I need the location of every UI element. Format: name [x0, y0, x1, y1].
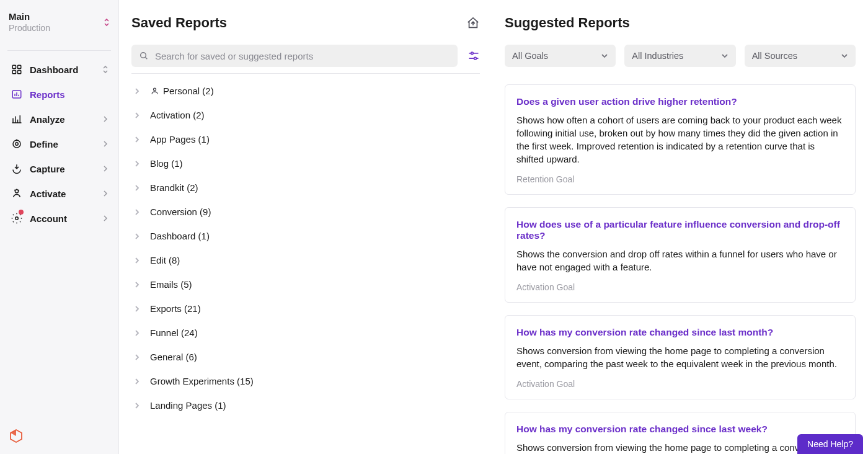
svg-point-8 — [16, 217, 19, 220]
nav-item-define[interactable]: Define — [5, 131, 113, 156]
svg-rect-3 — [18, 71, 21, 74]
folder-label: Edit (8) — [150, 255, 180, 265]
suggested-report-card[interactable]: How has my conversion rate changed since… — [505, 315, 856, 399]
folder-label: Conversion (9) — [150, 207, 211, 217]
folder-row[interactable]: Activation (2) — [131, 103, 480, 127]
folder-label: Exports (21) — [150, 303, 201, 314]
reports-icon — [10, 87, 24, 101]
analyze-icon — [10, 112, 24, 126]
chevron-right-icon — [134, 403, 141, 409]
folder-row[interactable]: Dashboard (1) — [131, 224, 480, 248]
chevron-right-icon — [134, 136, 141, 143]
home-up-icon[interactable] — [466, 16, 480, 30]
folder-label: Blog (1) — [150, 158, 183, 169]
card-title: Does a given user action drive higher re… — [516, 96, 844, 107]
chevron-right-icon — [134, 112, 141, 118]
folder-row[interactable]: Emails (5) — [131, 272, 480, 296]
card-description: Shows how often a cohort of users are co… — [516, 114, 844, 166]
card-goal-label: Activation Goal — [516, 379, 844, 389]
suggested-card-list: Does a given user action drive higher re… — [505, 84, 856, 454]
nav-item-label: Activate — [30, 189, 66, 199]
svg-rect-0 — [12, 65, 16, 68]
main-content: Saved Reports — [119, 0, 868, 454]
folder-row[interactable]: Funnel (24) — [131, 321, 480, 345]
folder-label: Personal (2) — [163, 86, 214, 96]
card-description: Shows the conversion and drop off rates … — [516, 247, 844, 274]
search-input[interactable] — [155, 51, 450, 61]
svg-point-6 — [16, 143, 19, 146]
nav-item-reports[interactable]: Reports — [5, 82, 113, 107]
notification-badge — [19, 210, 24, 215]
chevron-right-icon — [102, 166, 108, 172]
folder-label: Funnel (24) — [150, 327, 198, 338]
folder-row[interactable]: Blog (1) — [131, 151, 480, 176]
card-title: How has my conversion rate changed since… — [516, 327, 844, 338]
folder-label: Dashboard (1) — [150, 231, 210, 241]
nav-item-account[interactable]: Account — [5, 206, 113, 231]
folder-row[interactable]: Landing Pages (1) — [131, 393, 480, 417]
chevron-down-icon — [721, 52, 728, 60]
nav-item-capture[interactable]: Capture — [5, 156, 113, 181]
folder-label: Brandkit (2) — [150, 182, 198, 193]
chevron-right-icon — [102, 116, 108, 122]
chevron-right-icon — [102, 215, 108, 221]
nav-item-dashboard[interactable]: Dashboard — [5, 57, 113, 82]
svg-point-9 — [141, 53, 146, 58]
chevron-right-icon — [134, 378, 141, 385]
folder-row[interactable]: Conversion (9) — [131, 200, 480, 224]
chevron-right-icon — [134, 209, 141, 215]
svg-point-10 — [471, 52, 474, 55]
chevron-right-icon — [134, 161, 141, 167]
suggested-report-card[interactable]: Does a given user action drive higher re… — [505, 84, 856, 195]
chevron-right-icon — [102, 190, 108, 197]
nav-item-label: Capture — [30, 164, 65, 174]
nav-item-label: Analyze — [30, 114, 65, 125]
nav-item-label: Define — [30, 139, 58, 149]
svg-point-7 — [15, 190, 18, 193]
search-box[interactable] — [131, 45, 458, 67]
card-title: How does use of a particular feature inf… — [516, 219, 844, 241]
chevron-right-icon — [134, 330, 141, 336]
dashboard-icon — [10, 63, 24, 76]
sources-select[interactable]: All Sources — [745, 45, 856, 67]
select-label: All Goals — [512, 51, 548, 61]
folder-label: Emails (5) — [150, 279, 192, 290]
project-switcher[interactable]: Main Production — [9, 11, 110, 33]
need-help-button[interactable]: Need Help? — [797, 434, 863, 454]
suggested-reports-title: Suggested Reports — [505, 15, 630, 31]
folder-label: Activation (2) — [150, 110, 205, 120]
suggested-reports-column: Suggested Reports All Goals All Industri… — [492, 0, 868, 454]
folder-label: General (6) — [150, 352, 197, 362]
chevron-right-icon — [134, 233, 141, 239]
saved-folder-list: Personal (2)Activation (2)App Pages (1)B… — [131, 79, 480, 417]
nav-item-activate[interactable]: Activate — [5, 181, 113, 206]
svg-point-5 — [13, 140, 20, 148]
nav-list: DashboardReportsAnalyzeDefineCaptureActi… — [0, 55, 118, 233]
chevron-right-icon — [134, 282, 141, 288]
sliders-icon[interactable] — [467, 50, 480, 62]
chevron-down-icon — [841, 52, 848, 60]
chevron-right-icon — [134, 185, 141, 191]
activate-icon — [10, 187, 24, 200]
folder-row[interactable]: App Pages (1) — [131, 127, 480, 151]
define-icon — [10, 137, 24, 151]
select-label: All Sources — [752, 51, 797, 61]
goals-select[interactable]: All Goals — [505, 45, 616, 67]
chevron-right-icon — [134, 306, 141, 312]
folder-row[interactable]: Exports (21) — [131, 296, 480, 321]
industries-select[interactable]: All Industries — [624, 45, 735, 67]
chevron-right-icon — [134, 88, 141, 94]
folder-row[interactable]: General (6) — [131, 345, 480, 369]
folder-row[interactable]: Growth Experiments (15) — [131, 369, 480, 393]
capture-icon — [10, 162, 24, 176]
svg-point-12 — [154, 88, 156, 91]
divider — [7, 50, 111, 51]
card-title: How has my conversion rate changed since… — [516, 424, 844, 435]
suggested-report-card[interactable]: How does use of a particular feature inf… — [505, 207, 856, 303]
folder-row[interactable]: Personal (2) — [131, 79, 480, 103]
up-down-chevron-icon — [104, 18, 110, 27]
nav-item-analyze[interactable]: Analyze — [5, 107, 113, 131]
folder-row[interactable]: Brandkit (2) — [131, 176, 480, 200]
chevron-right-icon — [102, 141, 108, 147]
folder-row[interactable]: Edit (8) — [131, 248, 480, 272]
